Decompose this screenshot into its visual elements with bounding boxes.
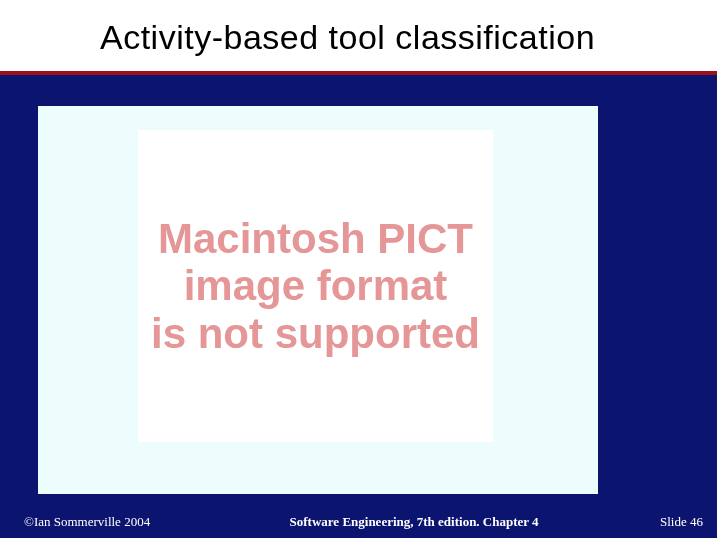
slide-number-value: 46 [690,514,703,529]
placeholder-line-3: is not supported [151,310,480,357]
slide: Activity-based tool classification Macin… [0,0,717,538]
placeholder-message: Macintosh PICT image format is not suppo… [151,215,480,356]
slide-label: Slide [660,514,690,529]
slide-title: Activity-based tool classification [100,18,717,57]
title-area: Activity-based tool classification [0,0,717,75]
placeholder-line-2: image format [184,262,448,309]
footer-book-title: Software Engineering, 7th edition. Chapt… [150,514,660,530]
footer: ©Ian Sommerville 2004 Software Engineeri… [0,514,717,530]
placeholder-line-1: Macintosh PICT [158,215,473,262]
image-placeholder: Macintosh PICT image format is not suppo… [138,130,493,442]
footer-slide-number: Slide 46 [660,514,703,530]
footer-copyright: ©Ian Sommerville 2004 [24,514,150,530]
